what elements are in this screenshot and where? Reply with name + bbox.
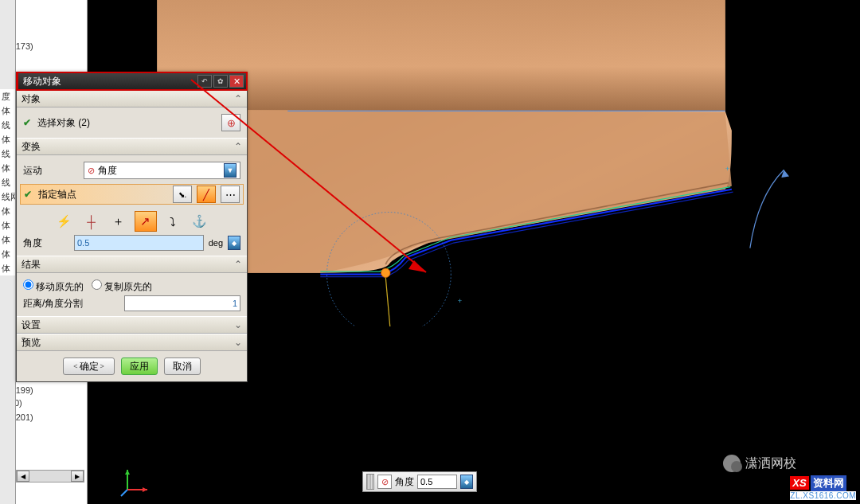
angle-unit: deg [209,238,223,248]
section-label: 结果 [22,258,41,272]
dropdown-arrow-icon[interactable]: ▼ [224,163,236,178]
check-icon: ✔ [23,117,31,128]
chevron-up-icon[interactable]: ⌃ [234,141,242,152]
sidebar-item[interactable]: 度 [0,89,15,104]
sidebar-item[interactable]: 体 [0,204,15,218]
wechat-label: 潇洒网校 [745,455,796,472]
diagonal-arrow-icon[interactable]: ↗ [135,211,157,232]
wechat-watermark: 潇洒网校 [723,455,796,472]
site-watermark: XS资料网 ZL.XS1616.COM [790,475,856,500]
target-icon[interactable]: ⊕ [221,114,240,131]
sidebar-item[interactable]: 线网 [0,189,15,204]
check-icon: ✔ [24,189,32,200]
vertical-tab-strip: 度 体 线 体 线 体 线 线网 体 体 体 体 体 [0,0,16,504]
sidebar-item[interactable]: 线 [0,147,15,161]
pick-point-icon[interactable]: ⬊. [173,186,192,203]
angle-label: 角度 [23,236,71,250]
chevron-up-icon[interactable]: ⌃ [234,93,242,104]
crosshair-icon[interactable]: ┼ [80,211,103,232]
plus-icon[interactable]: ＋ [108,211,130,232]
sidebar-item[interactable]: 体 [0,261,15,275]
section-object-header[interactable]: 对象 ⌃ [17,90,247,107]
section-label: 变换 [22,140,41,154]
divide-input[interactable] [124,295,240,311]
curve-icon[interactable]: ⤵ [162,211,184,232]
section-transform-header[interactable]: 变换 ⌃ [17,138,247,155]
chevron-down-icon[interactable]: ⌄ [234,319,242,330]
sidebar-item[interactable]: 线 [0,118,15,132]
close-icon[interactable]: ✕ [229,75,244,88]
sidebar-item[interactable]: 体 [0,232,15,247]
svg-marker-13 [143,487,147,492]
section-settings-header[interactable]: 设置 ⌄ [17,316,247,334]
axis-method-row: ⚡ ┼ ＋ ↗ ⤵ ⚓ [23,208,240,235]
tree-scrollbar[interactable]: ◀ ▶ [16,470,84,483]
sidebar-item[interactable]: 体 [0,132,15,147]
select-object-label: 选择对象 (2) [37,116,90,130]
more-options-icon[interactable]: ⋯ [221,186,240,203]
watermark-url: ZL.XS1616.COM [790,491,856,500]
floating-angle-input[interactable]: ⊘ 角度 ◆ [362,471,477,492]
axis-gizmo-icon [119,466,151,500]
section-result-body: 移动原先的 复制原先的 距离/角度分割 [17,273,247,316]
watermark-brand2: 资料网 [811,475,846,491]
ok-button[interactable]: <确定> [63,357,115,375]
dialog-title: 移动对象 [23,75,196,88]
mini-angle-label: 角度 [395,475,414,489]
section-preview-header[interactable]: 预览 ⌄ [17,334,247,351]
dialog-button-row: <确定> 应用 取消 [17,351,247,381]
move-original-radio[interactable]: 移动原先的 [23,279,84,294]
motion-dropdown[interactable]: ⊘ 角度 ▼ [84,162,240,179]
sidebar-item[interactable]: 线 [0,175,15,189]
copy-original-radio[interactable]: 复制原先的 [92,279,152,294]
spinner-icon[interactable]: ◆ [460,475,473,489]
svg-marker-12 [125,470,130,475]
chevron-up-icon[interactable]: ⌃ [234,259,242,270]
angle-input-row: 角度 deg ◆ [23,235,240,251]
mini-angle-input[interactable] [417,475,457,489]
sidebar-item[interactable]: 体 [0,247,15,261]
undo-icon[interactable]: ↶ [197,75,212,88]
anchor-icon[interactable]: ⚓ [189,211,211,232]
vector-direction-icon[interactable]: ╱ [197,186,216,203]
chevron-down-icon[interactable]: ⌄ [234,337,242,348]
axis-point-label: 指定轴点 [38,188,76,201]
section-transform-body: 运动 ⊘ 角度 ▼ ✔ 指定轴点 ⬊. ╱ ⋯ ⚡ ┼ ＋ ↗ ⤵ ⚓ 角度 d [17,155,247,256]
lightning-icon[interactable]: ⚡ [53,211,76,232]
divide-label: 距离/角度分割 [23,297,121,311]
drag-grip-icon[interactable] [366,474,374,490]
motion-value: 角度 [98,164,224,178]
scroll-right-button[interactable]: ▶ [71,471,84,482]
section-label: 设置 [22,318,41,332]
section-object-body: ✔ 选择对象 (2) ⊕ [17,107,247,138]
cancel-button[interactable]: 取消 [164,357,201,375]
angle-input[interactable] [74,235,204,251]
dialog-titlebar[interactable]: 移动对象 ↶ ✿ ✕ [17,72,247,90]
angle-icon[interactable]: ⊘ [377,475,392,489]
scroll-track[interactable] [29,471,71,482]
section-label: 预览 [22,336,41,350]
section-result-header[interactable]: 结果 ⌃ [17,256,247,273]
sidebar-item[interactable]: 体 [0,161,15,175]
settings-gear-icon[interactable]: ✿ [213,75,228,88]
scroll-left-button[interactable]: ◀ [17,471,29,482]
watermark-brand1: XS [790,476,808,490]
section-label: 对象 [22,92,41,106]
angle-icon: ⊘ [88,166,95,176]
motion-label: 运动 [23,164,79,178]
svg-line-11 [121,490,127,496]
move-object-dialog: 移动对象 ↶ ✿ ✕ 对象 ⌃ ✔ 选择对象 (2) ⊕ 变换 ⌃ 运动 ⊘ 角… [16,72,248,382]
spinner-icon[interactable]: ◆ [228,236,240,250]
sidebar-item[interactable]: 体 [0,218,15,232]
sidebar-item[interactable]: 体 [0,104,15,118]
apply-button[interactable]: 应用 [121,357,158,375]
wechat-icon [723,455,741,472]
